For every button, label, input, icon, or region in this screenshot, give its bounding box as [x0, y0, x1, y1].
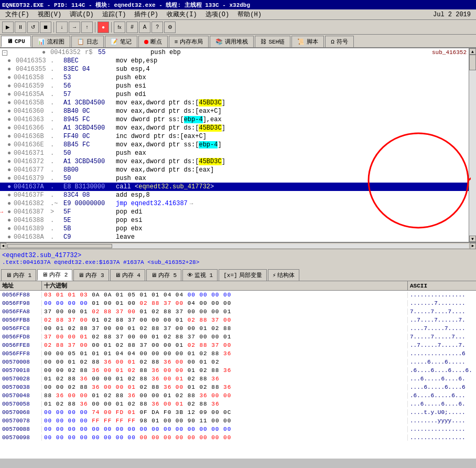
list-item[interactable]: 0056FFB8 02 88 37 00 01 02 88 37 00 00 0… [0, 316, 476, 324]
toolbar-stepout[interactable]: ↑ [81, 22, 93, 33]
table-row[interactable]: ● 00416388 . 5E pop esi [0, 216, 469, 225]
menu-file[interactable]: 文件(F) [2, 9, 33, 19]
list-item[interactable]: 00570058 01 02 88 36 00 00 01 02 88 36 0… [0, 400, 476, 408]
tab-mem5[interactable]: 🖥 内存 5 [146, 269, 181, 281]
tab-mem3[interactable]: 🖥 内存 3 [73, 269, 109, 281]
scrollbar-down[interactable]: ▼ [469, 236, 476, 242]
toolbar-A[interactable]: A [139, 22, 150, 33]
list-item[interactable]: 0056FFA8 37 00 00 01 02 88 37 00 01 02 8… [0, 307, 476, 316]
table-row[interactable]: ● 00416366 . A1 3CBD4500 mov eax,dword p… [0, 124, 469, 132]
tab-locals[interactable]: [x=] 局部变量 [219, 269, 266, 281]
list-item[interactable]: 0056FFC8 00 01 02 88 37 00 00 01 02 88 3… [0, 324, 476, 333]
disassembly-content[interactable]: − ● 00416352 r$ 55 push ebp sub_416352 ●… [0, 48, 469, 242]
hscroll-left[interactable]: ◄ [0, 243, 6, 249]
list-item[interactable]: 0056FF98 00 00 00 00 01 00 01 00 02 88 3… [0, 299, 476, 307]
tab-flowgraph[interactable]: 📊 流程图 [32, 36, 70, 47]
hscroll-thumb[interactable] [7, 244, 112, 248]
table-row[interactable]: − ● 00416352 r$ 55 push ebp sub_416352 [0, 48, 469, 57]
toolbar-restart[interactable]: ↺ [27, 22, 39, 33]
table-row[interactable]: ● 0041638B . C3 ret [0, 241, 469, 242]
table-row[interactable]: ● 00416379 . 50 push eax [0, 174, 469, 183]
table-row[interactable]: ● 00416389 . 5B pop ebx [0, 225, 469, 233]
bottom-section: 🖥 内存 1 🖥 内存 2 🖥 内存 3 🖥 内存 4 🖥 内存 5 👁 [0, 268, 476, 459]
table-row[interactable]: ● 0041635B . A1 3CBD4500 mov eax,dword p… [0, 99, 469, 107]
list-item[interactable]: 00570098 00 00 00 00 00 00 00 00 00 00 0… [0, 433, 476, 442]
list-item[interactable]: 0056FFE8 02 88 37 00 00 01 02 88 37 00 0… [0, 341, 476, 349]
toolbar-stepover[interactable]: → [69, 22, 80, 33]
disasm-scrollbar[interactable]: ▲ ▼ [469, 48, 476, 242]
table-row[interactable]: ● 00416372 . A1 3CBD4500 mov eax,dword p… [0, 157, 469, 166]
toolbar-help[interactable]: ? [152, 22, 163, 33]
tab-watch1[interactable]: 👁 监视 1 [182, 269, 218, 281]
watch-icon: 👁 [187, 272, 193, 279]
tab-seh[interactable]: ⛓ SEH链 [255, 36, 290, 47]
scrollbar-up[interactable]: ▲ [469, 48, 476, 55]
table-row[interactable]: ● 00416353 . 8BEC mov ebp,esp [0, 57, 469, 65]
toolbar-hash[interactable]: # [126, 22, 138, 33]
table-row[interactable]: ● 00416363 . 8945 FC mov dword ptr ss:[e… [0, 115, 469, 124]
list-item[interactable]: 00570018 00 00 02 88 36 00 01 02 88 36 0… [0, 366, 476, 375]
table-row[interactable]: ● 00416360 . 8B40 0C mov eax,dword ptr d… [0, 107, 469, 115]
list-item[interactable]: 00570028 01 02 88 36 00 00 01 02 88 36 0… [0, 375, 476, 383]
disasm-address: 00416379 [14, 175, 50, 182]
disasm-asm: mov eax,dword ptr ds:[45BD3C] [116, 99, 225, 107]
tab-struct[interactable]: ⚡ 结构体 [268, 269, 300, 281]
scrollbar-thumb[interactable] [469, 55, 476, 70]
table-row[interactable]: ● 00416355 . 83EC 04 sub esp,4 [0, 65, 469, 73]
table-row[interactable]: ● 0041635A . 57 push edi [0, 90, 469, 99]
tab-mem4[interactable]: 🖥 内存 4 [110, 269, 145, 281]
tab-memory-layout[interactable]: ≡ 内存布局 [169, 36, 209, 47]
menu-view[interactable]: 视图(V) [35, 9, 65, 19]
collapse-btn[interactable]: − [2, 50, 7, 56]
menu-fav[interactable]: 收藏夹(I) [164, 9, 200, 19]
tab-callstack[interactable]: 📚 调用堆栈 [210, 36, 254, 47]
table-row[interactable]: ● 00416382 .~ E9 00000000 jmp eqnedt32.4… [0, 199, 469, 208]
toolbar-settings[interactable]: ⚙ [164, 22, 176, 33]
disasm-hscrollbar[interactable]: ◄ ► [0, 242, 476, 249]
mem-row-ascii: 7.....7....7.... [408, 309, 476, 315]
tab-log[interactable]: 📋 日志 [71, 36, 104, 47]
table-row[interactable]: ● 00416359 . 56 push esi [0, 82, 469, 90]
table-row[interactable]: ● 0041636B . FF40 0C inc dword ptr ds:[e… [0, 132, 469, 141]
toolbar-stepinto[interactable]: ↓ [56, 22, 68, 33]
list-item[interactable]: 0056FFD8 37 00 00 01 02 88 37 00 00 01 0… [0, 333, 476, 341]
menu-plugin[interactable]: 插件(P) [131, 9, 161, 19]
list-item[interactable]: 00570008 00 00 01 02 88 36 00 01 02 88 3… [0, 358, 476, 366]
disasm-comment: sub_416352 [432, 49, 469, 56]
toolbar-bp[interactable]: ● [98, 22, 109, 33]
menu-options[interactable]: 选项(O) [202, 9, 233, 19]
table-row[interactable]: ● 0041637A . E8 B3130000 call <eqnedt32.… [0, 183, 469, 191]
list-item[interactable]: 00570078 00 00 00 00 FF FF FF FF 98 01 0… [0, 417, 476, 425]
toolbar-run[interactable]: ▶ [2, 22, 14, 33]
table-row[interactable]: ● 0041638A . C9 leave [0, 233, 469, 241]
table-row[interactable]: ● 0041637F . 83C4 08 add esp,8 [0, 191, 469, 199]
table-row[interactable]: ● 0041636E . 8B45 FC mov eax,dword ptr s… [0, 141, 469, 149]
tab-mem1[interactable]: 🖥 内存 1 [1, 269, 36, 281]
tab-mem2[interactable]: 🖥 内存 2 [37, 269, 72, 281]
disasm-bytes: E8 B3130000 [63, 183, 116, 190]
list-item[interactable]: 0056FFF8 00 00 05 01 01 01 04 04 00 00 0… [0, 349, 476, 358]
menu-help[interactable]: 帮助(H) [234, 9, 265, 19]
menu-debug[interactable]: 调试(D) [67, 9, 97, 19]
table-row[interactable]: ● 00416377 . 8B00 mov eax,dword ptr ds:[… [0, 166, 469, 174]
toolbar-pause[interactable]: ⏸ [15, 22, 26, 33]
tab-symbol[interactable]: Ω 符号 [325, 36, 354, 47]
table-row[interactable]: ● 00416358 . 53 push ebx [0, 73, 469, 82]
tab-script[interactable]: 📜 脚本 [291, 36, 324, 47]
hscroll-right[interactable]: ► [470, 243, 476, 249]
list-item[interactable]: 0056FF88 03 01 01 03 0A 0A 01 05 01 01 0… [0, 291, 476, 299]
tab-note[interactable]: 📝 笔记 [105, 36, 137, 47]
list-item[interactable]: 00570068 00 00 00 00 74 00 FD 01 0F DA F… [0, 408, 476, 417]
table-row[interactable]: → ● 00416387 > 5F pop edi [0, 208, 469, 216]
list-item[interactable]: 00570088 00 00 00 00 00 00 00 00 00 00 0… [0, 425, 476, 433]
tab-cpu[interactable]: 🖥 CPU [1, 36, 31, 47]
toolbar-asm[interactable]: fx [114, 22, 125, 33]
list-item[interactable]: 00570038 00 00 02 88 36 00 00 01 02 88 3… [0, 383, 476, 391]
toolbar-stop[interactable]: ⏹ [40, 22, 51, 33]
bullet: ● [7, 116, 14, 123]
table-row[interactable]: ● 00416371 . 50 push eax [0, 149, 469, 157]
menu-trace[interactable]: 追踪(T) [99, 9, 129, 19]
tab-breakpoint[interactable]: 断点 [138, 36, 168, 47]
mem-row-addr: 0056FFC8 [0, 325, 42, 332]
list-item[interactable]: 00570048 88 36 00 00 01 02 88 36 00 00 0… [0, 391, 476, 400]
